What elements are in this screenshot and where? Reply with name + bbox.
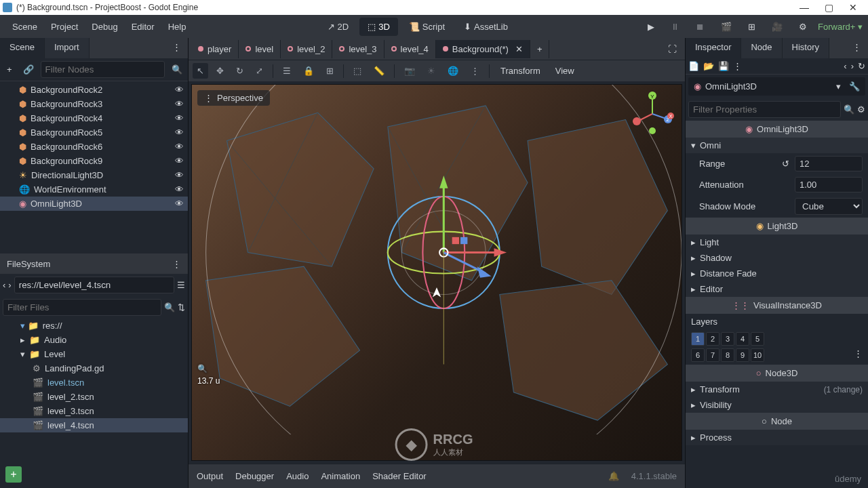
play-scene-button[interactable]: 🎬 <box>715 19 737 35</box>
layer-1[interactable]: 1 <box>691 332 705 346</box>
bottom-audio[interactable]: Audio <box>286 471 309 481</box>
fs-item-LandingPad.gd[interactable]: ⚙ LandingPad.gd <box>0 361 188 375</box>
group-editor[interactable]: ▸ Editor <box>686 281 868 297</box>
pause-button[interactable]: ⏸ <box>665 19 685 35</box>
scene-tab-player[interactable]: player <box>191 40 239 58</box>
fs-path-input[interactable] <box>14 277 174 293</box>
fs-forward-button[interactable]: › <box>8 280 11 290</box>
tree-node-BackgroundRock5[interactable]: ⬢ BackgroundRock5👁 <box>0 125 188 140</box>
visibility-toggle-icon[interactable]: 👁 <box>175 113 184 123</box>
play-custom-button[interactable]: ⊞ <box>743 19 761 35</box>
snap-list-icon[interactable]: ☰ <box>279 63 295 79</box>
3d-viewport[interactable]: ⋮ Perspective Y Z X 🔍 13.7 u <box>191 84 682 461</box>
visibility-toggle-icon[interactable]: 👁 <box>175 184 184 195</box>
scene-tree[interactable]: ⬢ BackgroundRock2👁⬢ BackgroundRock3👁⬢ Ba… <box>0 81 188 253</box>
load-resource-icon[interactable]: 📂 <box>703 61 714 71</box>
search-icon[interactable]: 🔍 <box>167 62 186 77</box>
tab-scene[interactable]: Scene <box>0 38 45 58</box>
scene-tab-level_4[interactable]: level_4 <box>384 40 436 58</box>
scene-tab-level_2[interactable]: level_2 <box>281 40 332 58</box>
attenuation-input[interactable]: 1.00 <box>795 177 863 192</box>
tab-import[interactable]: Import <box>45 38 90 58</box>
fs-item-level_2.tscn[interactable]: 🎬 level_2.tscn <box>0 390 188 404</box>
layer-3[interactable]: 3 <box>721 332 734 346</box>
save-resource-icon[interactable]: 💾 <box>718 61 729 71</box>
play-button[interactable]: ▶ <box>642 19 660 35</box>
fs-item-level_4.tscn[interactable]: 🎬 level_4.tscn <box>0 418 188 432</box>
minimize-button[interactable]: — <box>792 2 816 13</box>
fs-root[interactable]: ▾ 📁 res:// <box>0 319 188 333</box>
fs-sort-icon[interactable]: ⇅ <box>178 302 185 312</box>
bottom-debugger[interactable]: Debugger <box>235 471 274 481</box>
group-transform[interactable]: ▸ Transform(1 change) <box>686 382 868 397</box>
mode-2d[interactable]: ↗ 2D <box>319 18 357 36</box>
tab-history[interactable]: History <box>783 38 829 58</box>
world-icon[interactable]: 🌐 <box>443 63 462 79</box>
inspector-node-selector[interactable]: ◉ OmniLight3D ▾ 🔧 <box>688 77 865 96</box>
inspector-options[interactable]: ⋮ <box>733 61 742 71</box>
bottom-shader[interactable]: Shader Editor <box>372 471 427 481</box>
group-visibility[interactable]: ▸ Visibility <box>686 397 868 413</box>
range-input[interactable]: 12 <box>795 156 863 171</box>
add-fab-button[interactable]: + <box>5 466 22 483</box>
open-docs-icon[interactable]: 🔧 <box>849 81 860 92</box>
layer-6[interactable]: 6 <box>691 348 705 362</box>
viewport-perspective-label[interactable]: ⋮ Perspective <box>197 90 270 106</box>
add-node-button[interactable]: + <box>3 62 16 77</box>
visibility-toggle-icon[interactable]: 👁 <box>175 99 184 109</box>
fs-view-mode[interactable]: ☰ <box>177 280 185 290</box>
ruler-icon[interactable]: 📏 <box>370 63 389 79</box>
layer-8[interactable]: 8 <box>721 348 734 362</box>
mode-3d[interactable]: ⬚ 3D <box>359 18 398 36</box>
group-omni[interactable]: ▾ Omni <box>686 138 868 153</box>
scene-tab-level_3[interactable]: level_3 <box>332 40 384 58</box>
filter-options-icon[interactable]: ⚙ <box>857 104 865 115</box>
menu-help[interactable]: Help <box>161 18 193 36</box>
close-tab-icon[interactable]: ✕ <box>515 44 523 54</box>
fs-item-Audio[interactable]: ▸ 📁 Audio <box>0 333 188 347</box>
camera-icon[interactable]: 📷 <box>400 63 419 79</box>
link-node-button[interactable]: 🔗 <box>19 62 38 77</box>
fs-item-level.tscn[interactable]: 🎬 level.tscn <box>0 375 188 390</box>
layer-7[interactable]: 7 <box>706 348 719 362</box>
rotate-tool[interactable]: ↻ <box>232 63 248 79</box>
reset-range-icon[interactable]: ↺ <box>782 159 789 169</box>
layer-4[interactable]: 4 <box>736 332 749 346</box>
menu-project[interactable]: Project <box>44 18 85 36</box>
group-icon[interactable]: ⊞ <box>322 63 338 79</box>
history-refresh-icon[interactable]: ↻ <box>858 61 865 71</box>
transform-menu[interactable]: Transform <box>495 63 546 79</box>
snap-icon[interactable]: ⬚ <box>349 63 366 79</box>
tree-node-OmniLight3D[interactable]: ◉ OmniLight3D👁 <box>0 197 188 211</box>
fs-item-level_3.tscn[interactable]: 🎬 level_3.tscn <box>0 404 188 418</box>
shadow-mode-select[interactable]: Cube <box>795 198 863 215</box>
visibility-toggle-icon[interactable]: 👁 <box>175 142 184 152</box>
layer-9[interactable]: 9 <box>736 348 749 362</box>
render-settings-icon[interactable]: ⚙ <box>793 19 812 35</box>
bottom-animation[interactable]: Animation <box>321 471 360 481</box>
notification-icon[interactable]: 🔔 <box>608 471 619 481</box>
tab-node[interactable]: Node <box>741 38 782 58</box>
menu-editor[interactable]: Editor <box>125 18 161 36</box>
visibility-toggle-icon[interactable]: 👁 <box>175 156 184 166</box>
mode-assetlib[interactable]: ⬇ AssetLib <box>456 18 516 36</box>
visibility-toggle-icon[interactable]: 👁 <box>175 127 184 138</box>
tree-node-BackgroundRock6[interactable]: ⬢ BackgroundRock6👁 <box>0 140 188 154</box>
filter-properties-input[interactable] <box>688 101 841 118</box>
tree-node-DirectionalLight3D[interactable]: ☀ DirectionalLight3D👁 <box>0 168 188 182</box>
history-back-icon[interactable]: ‹ <box>844 61 846 71</box>
mode-script[interactable]: 📜 Script <box>401 18 453 36</box>
fs-back-button[interactable]: ‹ <box>3 280 5 290</box>
group-process[interactable]: ▸ Process <box>686 430 868 445</box>
stop-button[interactable]: ⏹ <box>690 19 710 35</box>
layer-5[interactable]: 5 <box>751 332 764 346</box>
tree-node-BackgroundRock9[interactable]: ⬢ BackgroundRock9👁 <box>0 154 188 168</box>
group-shadow[interactable]: ▸ Shadow <box>686 250 868 266</box>
viewport-axis-gizmo[interactable]: Y Z X <box>629 90 676 138</box>
group-light[interactable]: ▸ Light <box>686 235 868 250</box>
close-button[interactable]: ✕ <box>841 2 865 13</box>
sun-icon[interactable]: ☀ <box>423 63 439 79</box>
tree-node-BackgroundRock4[interactable]: ⬢ BackgroundRock4👁 <box>0 111 188 125</box>
filter-search-icon[interactable]: 🔍 <box>844 104 854 115</box>
add-scene-tab[interactable]: + <box>530 40 550 58</box>
